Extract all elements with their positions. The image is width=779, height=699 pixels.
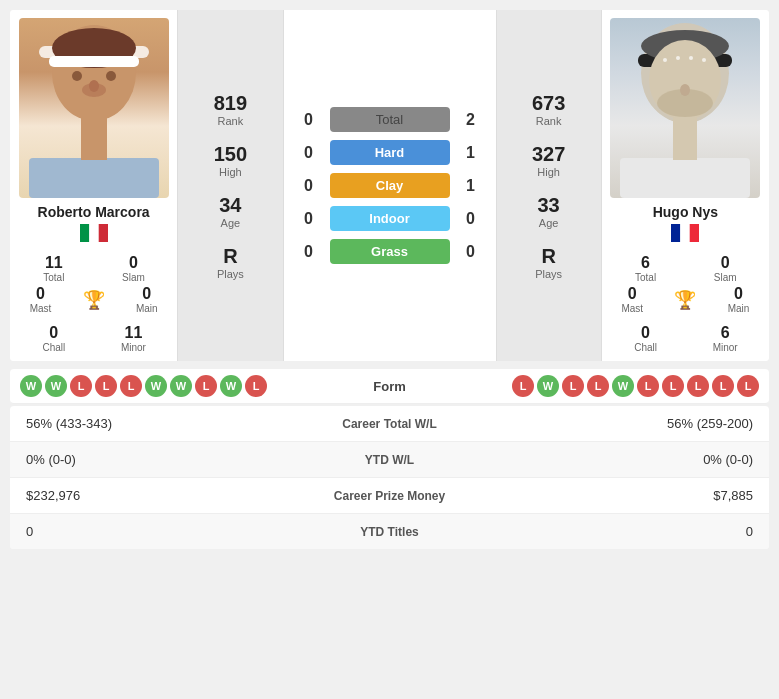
svg-point-25: [689, 56, 693, 60]
left-plays-stat: R Plays: [217, 245, 244, 280]
right-flag: [671, 224, 699, 246]
svg-point-24: [676, 56, 680, 60]
ytd-wl-row: 0% (0-0) YTD W/L 0% (0-0): [10, 442, 769, 478]
left-rank-stat: 819 Rank: [214, 92, 247, 127]
right-slam: 0 Slam: [689, 254, 761, 283]
left-trophy-icon: 🏆: [83, 289, 105, 311]
form-pill-l: L: [245, 375, 267, 397]
form-pill-w: W: [45, 375, 67, 397]
form-pill-w: W: [220, 375, 242, 397]
left-slam: 0 Slam: [98, 254, 170, 283]
form-section: WWLLLWWLWL Form LWLLWLLLLL: [10, 369, 769, 404]
right-player-name: Hugo Nys: [653, 204, 718, 220]
clay-btn[interactable]: Clay: [330, 173, 450, 198]
form-pill-l: L: [562, 375, 584, 397]
left-high-stat: 150 High: [214, 143, 247, 178]
svg-rect-22: [673, 118, 697, 160]
left-flag: [80, 224, 108, 246]
svg-rect-8: [29, 158, 159, 198]
form-pill-l: L: [95, 375, 117, 397]
prize-row: $232,976 Career Prize Money $7,885: [10, 478, 769, 514]
right-total: 6 Total: [610, 254, 682, 283]
form-pill-l: L: [70, 375, 92, 397]
svg-rect-21: [620, 158, 750, 198]
svg-rect-28: [681, 224, 690, 242]
right-rank-stat: 673 Rank: [532, 92, 565, 127]
form-pill-l: L: [737, 375, 759, 397]
svg-point-26: [702, 58, 706, 62]
right-mast: 0 Mast: [621, 285, 643, 314]
svg-point-20: [680, 84, 690, 96]
left-middle-card: 819 Rank 150 High 34 Age R Plays: [177, 10, 283, 361]
right-middle-card: 673 Rank 327 High 33 Age R Plays: [496, 10, 602, 361]
svg-rect-12: [98, 224, 107, 242]
left-form-pills: WWLLLWWLWL: [20, 375, 330, 397]
form-pill-l: L: [687, 375, 709, 397]
form-pill-w: W: [170, 375, 192, 397]
form-pill-w: W: [612, 375, 634, 397]
left-mast: 0 Mast: [30, 285, 52, 314]
surface-grass-row: 0 Grass 0: [294, 239, 486, 264]
svg-rect-3: [49, 56, 139, 67]
surface-section: 0 Total 2 0 Hard 1 0 Clay 1 0 Indoor 0: [284, 10, 496, 361]
left-player-photo: [19, 18, 169, 198]
form-pill-w: W: [20, 375, 42, 397]
hard-btn[interactable]: Hard: [330, 140, 450, 165]
form-pill-w: W: [145, 375, 167, 397]
left-stats-grid: 11 Total 0 Slam: [14, 254, 173, 283]
right-player-photo: [610, 18, 760, 198]
grass-btn[interactable]: Grass: [330, 239, 450, 264]
svg-rect-10: [80, 224, 89, 242]
surface-clay-row: 0 Clay 1: [294, 173, 486, 198]
form-pill-l: L: [712, 375, 734, 397]
form-pill-w: W: [537, 375, 559, 397]
right-plays-stat: R Plays: [535, 245, 562, 280]
form-pill-l: L: [587, 375, 609, 397]
left-player-name: Roberto Marcora: [38, 204, 150, 220]
right-chall: 0 Chall: [610, 324, 682, 353]
total-btn: Total: [330, 107, 450, 132]
svg-point-23: [663, 58, 667, 62]
right-player-card: Hugo Nys 6 Total 0 Slam: [602, 10, 769, 361]
left-player-card: Roberto Marcora 11 Total 0 Slam: [10, 10, 177, 361]
right-minor: 6 Minor: [689, 324, 761, 353]
svg-rect-27: [671, 224, 680, 242]
form-pill-l: L: [662, 375, 684, 397]
left-total: 11 Total: [18, 254, 90, 283]
form-pill-l: L: [512, 375, 534, 397]
left-main: 0 Main: [136, 285, 158, 314]
surface-total-row: 0 Total 2: [294, 107, 486, 132]
svg-point-5: [106, 71, 116, 81]
surface-indoor-row: 0 Indoor 0: [294, 206, 486, 231]
form-pill-l: L: [637, 375, 659, 397]
right-form-pills: LWLLWLLLLL: [450, 375, 760, 397]
left-chall: 0 Chall: [18, 324, 90, 353]
ytd-titles-row: 0 YTD Titles 0: [10, 514, 769, 549]
right-main: 0 Main: [728, 285, 750, 314]
right-bottom-stats: 0 Chall 6 Minor: [606, 324, 765, 353]
main-container: Roberto Marcora 11 Total 0 Slam: [0, 0, 779, 559]
top-section: Roberto Marcora 11 Total 0 Slam: [10, 10, 769, 361]
left-age-stat: 34 Age: [219, 194, 241, 229]
left-minor: 11 Minor: [98, 324, 170, 353]
svg-point-7: [89, 80, 99, 92]
right-stats-grid: 6 Total 0 Slam: [606, 254, 765, 283]
svg-rect-29: [690, 224, 699, 242]
left-bottom-stats: 0 Chall 11 Minor: [14, 324, 173, 353]
indoor-btn[interactable]: Indoor: [330, 206, 450, 231]
svg-rect-9: [81, 118, 107, 160]
form-label: Form: [330, 379, 450, 394]
right-age-stat: 33 Age: [538, 194, 560, 229]
form-pill-l: L: [195, 375, 217, 397]
right-high-stat: 327 High: [532, 143, 565, 178]
svg-rect-11: [89, 224, 98, 242]
surface-hard-row: 0 Hard 1: [294, 140, 486, 165]
right-trophy-row: 0 Mast 🏆 0 Main: [606, 283, 765, 316]
left-trophy-row: 0 Mast 🏆 0 Main: [14, 283, 173, 316]
stats-table: 56% (433-343) Career Total W/L 56% (259-…: [10, 406, 769, 549]
form-pill-l: L: [120, 375, 142, 397]
career-wl-row: 56% (433-343) Career Total W/L 56% (259-…: [10, 406, 769, 442]
right-trophy-icon: 🏆: [674, 289, 696, 311]
svg-point-4: [72, 71, 82, 81]
